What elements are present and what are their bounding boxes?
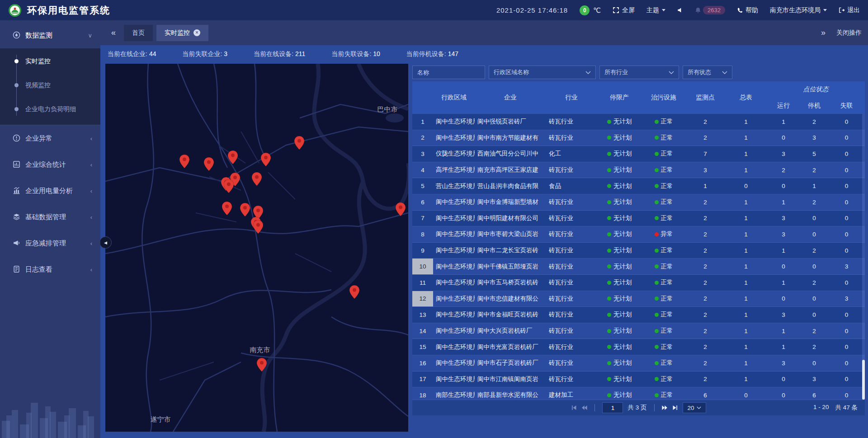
theme-menu[interactable]: 主题 bbox=[646, 6, 665, 14]
table-row[interactable]: 14阆中生态环境局阆中大兴页岩机砖厂砖瓦行业无计划正常21120 bbox=[412, 323, 865, 339]
sidebar-item-4[interactable]: 基础数据管理‹ bbox=[0, 204, 100, 230]
map-pin-icon[interactable] bbox=[257, 358, 267, 372]
close-operations-button[interactable]: 关闭操作 bbox=[836, 29, 862, 37]
row-index: 7 bbox=[412, 211, 433, 226]
table-row[interactable]: 2阆中生态环境局阆中市南方节能建材有砖瓦行业无计划正常21030 bbox=[412, 130, 865, 146]
cell-facility-status: 正常 bbox=[642, 211, 685, 226]
sidebar-submenu: 实时监控视频监控企业电力负荷明细 bbox=[0, 48, 100, 125]
table-row[interactable]: 6阆中生态环境局阆中市金博瑞新型墙材砖瓦行业无计划正常21120 bbox=[412, 194, 865, 211]
limit-status-label: 无计划 bbox=[613, 375, 632, 383]
facility-status-label: 正常 bbox=[661, 343, 673, 351]
stat-value: 211 bbox=[295, 50, 305, 57]
map-pin-icon[interactable] bbox=[222, 202, 232, 215]
cell-region: 南部生态环境局 bbox=[433, 387, 475, 400]
sidebar-group: 企业异常‹ bbox=[0, 125, 100, 151]
table-row[interactable]: 4高坪生态环境局南充市高坪区王家店建砖瓦行业无计划正常31220 bbox=[412, 162, 865, 179]
map-pin-icon[interactable] bbox=[179, 155, 189, 168]
table-row[interactable]: 12阆中生态环境局阆中市忠信建材有限公砖瓦行业无计划正常21003 bbox=[412, 291, 865, 307]
table-row[interactable]: 3仪陇生态环境局西南油气田分公司川中化工无计划正常71350 bbox=[412, 146, 865, 162]
map-pin-icon[interactable] bbox=[261, 153, 271, 166]
map-pin-icon[interactable] bbox=[240, 203, 250, 217]
status-dot-icon bbox=[607, 184, 611, 188]
column-header-lost: 失联 bbox=[828, 98, 865, 114]
facility-status-label: 正常 bbox=[661, 134, 673, 142]
next-page-icon[interactable] bbox=[662, 405, 668, 410]
map-panel[interactable]: 巴中市南充市遂宁市 ◀ bbox=[105, 64, 408, 432]
tab-1[interactable]: 实时监控× bbox=[156, 25, 208, 41]
sidebar-item-1[interactable]: 企业异常‹ bbox=[0, 125, 100, 151]
panel-collapse-button[interactable]: ◀ bbox=[99, 236, 112, 249]
first-page-icon[interactable] bbox=[571, 405, 577, 410]
name-search-input[interactable] bbox=[412, 66, 485, 79]
sidebar-group: 基础数据管理‹ bbox=[0, 204, 100, 230]
current-page-input[interactable]: 1 bbox=[602, 402, 623, 413]
map-pin-icon[interactable] bbox=[396, 203, 406, 216]
table-row[interactable]: 10阆中生态环境局阆中千佛镇五郎垭页岩砖瓦行业无计划正常21003 bbox=[412, 259, 865, 275]
table-row[interactable]: 18南部生态环境局南部县新华水泥有限公建材加工无计划正常60060 bbox=[412, 387, 865, 400]
map-pin-icon[interactable] bbox=[349, 285, 359, 299]
table-row[interactable]: 16阆中生态环境局阆中市石子页岩机砖厂砖瓦行业无计划正常21300 bbox=[412, 355, 865, 372]
cell-total-meters: 1 bbox=[725, 307, 767, 323]
table-row[interactable]: 5营山生态环境局营山县润丰肉食品有限食品无计划正常10010 bbox=[412, 178, 865, 194]
tabs-scroll-right-icon[interactable]: » bbox=[816, 28, 830, 38]
tabs-scroll-left-icon[interactable]: « bbox=[107, 28, 120, 38]
status-dot-icon bbox=[655, 120, 659, 124]
sidebar-item-6[interactable]: 日志查看‹ bbox=[0, 256, 100, 283]
table-row[interactable]: 15阆中生态环境局阆中市光富页岩机砖厂砖瓦行业无计划正常21120 bbox=[412, 339, 865, 355]
table-row[interactable]: 17阆中生态环境局阆中市江南镇阆南页岩砖瓦行业无计划正常21030 bbox=[412, 372, 865, 388]
tab-0[interactable]: 首页 bbox=[124, 25, 153, 41]
status-dot-icon bbox=[655, 345, 659, 349]
prev-page-icon[interactable] bbox=[581, 405, 587, 410]
cell-lost-count: 0 bbox=[828, 211, 865, 226]
table-row[interactable]: 1阆中生态环境局阆中强锐页岩砖厂砖瓦行业无计划正常21120 bbox=[412, 114, 865, 130]
pagination-summary: 1 - 20 共 47 条 bbox=[813, 404, 865, 412]
cell-company: 营山县润丰肉食品有限 bbox=[475, 178, 546, 194]
map-city-label: 南充市 bbox=[250, 346, 270, 354]
stat-value: 147 bbox=[448, 50, 458, 57]
region-select[interactable]: 行政区域名称 bbox=[489, 66, 596, 79]
scrollbar-thumb[interactable] bbox=[862, 360, 865, 400]
page-title: 环保用电监管系统 bbox=[27, 4, 110, 17]
sidebar-item-2[interactable]: 企业综合统计‹ bbox=[0, 151, 100, 178]
cell-industry: 砖瓦行业 bbox=[546, 372, 597, 387]
cell-lost-count: 3 bbox=[828, 291, 865, 307]
logout-button[interactable]: 退出 bbox=[839, 6, 860, 14]
map-pin-icon[interactable] bbox=[253, 220, 263, 234]
sidebar-subitem-1[interactable]: 视频监控 bbox=[0, 73, 100, 97]
sidebar-item-0[interactable]: 数据监测∨ bbox=[0, 22, 100, 48]
sidebar-subitem-2[interactable]: 企业电力负荷明细 bbox=[0, 97, 100, 121]
map-pin-icon[interactable] bbox=[224, 179, 234, 193]
page-size-select[interactable]: 20 bbox=[683, 402, 706, 413]
table-row[interactable]: 8阆中生态环境局阆中市枣碧大梁山页岩砖瓦行业无计划异常21300 bbox=[412, 226, 865, 243]
table-row[interactable]: 7阆中生态环境局阆中明阳建材有限公司砖瓦行业无计划正常21300 bbox=[412, 211, 865, 227]
map-pin-icon[interactable] bbox=[252, 172, 262, 186]
sound-toggle[interactable] bbox=[677, 7, 683, 13]
cell-total-meters: 1 bbox=[725, 275, 767, 291]
sidebar-item-label: 企业用电量分析 bbox=[25, 187, 73, 195]
submenu-dot-icon bbox=[14, 107, 19, 111]
table-row[interactable]: 9阆中生态环境局阆中市二龙长宝页岩砖砖瓦行业无计划正常21120 bbox=[412, 243, 865, 259]
sidebar-item-label: 基础数据管理 bbox=[25, 213, 66, 221]
status-select[interactable]: 所有状态 bbox=[683, 66, 732, 79]
industry-select-value: 所有行业 bbox=[604, 68, 628, 76]
cell-industry: 砖瓦行业 bbox=[546, 130, 597, 146]
sidebar-item-3[interactable]: 企业用电量分析‹ bbox=[0, 178, 100, 204]
map-pin-icon[interactable] bbox=[228, 151, 238, 164]
notification-area[interactable]: 2632 bbox=[695, 6, 725, 14]
industry-select[interactable]: 所有行业 bbox=[599, 66, 679, 79]
last-page-icon[interactable] bbox=[672, 405, 678, 410]
tab-close-icon[interactable]: × bbox=[193, 29, 200, 36]
sidebar-subitem-0[interactable]: 实时监控 bbox=[0, 49, 100, 73]
sidebar-item-5[interactable]: 应急减排管理‹ bbox=[0, 230, 100, 256]
map-pin-icon[interactable] bbox=[204, 157, 214, 171]
org-menu[interactable]: 南充市生态环境局 bbox=[770, 6, 827, 14]
table-row[interactable]: 13阆中生态环境局阆中市金福旺页岩机砖砖瓦行业无计划正常21300 bbox=[412, 307, 865, 323]
cell-lost-count: 0 bbox=[828, 275, 865, 291]
sidebar-group: 企业用电量分析‹ bbox=[0, 178, 100, 204]
row-index: 18 bbox=[412, 387, 433, 400]
map-pin-icon[interactable] bbox=[294, 136, 304, 150]
cell-industry: 建材加工 bbox=[546, 387, 597, 400]
table-row[interactable]: 11阆中生态环境局阆中市五马桥页岩机砖砖瓦行业无计划正常21120 bbox=[412, 275, 865, 291]
fullscreen-button[interactable]: 全屏 bbox=[613, 6, 635, 14]
help-button[interactable]: 帮助 bbox=[737, 6, 758, 14]
